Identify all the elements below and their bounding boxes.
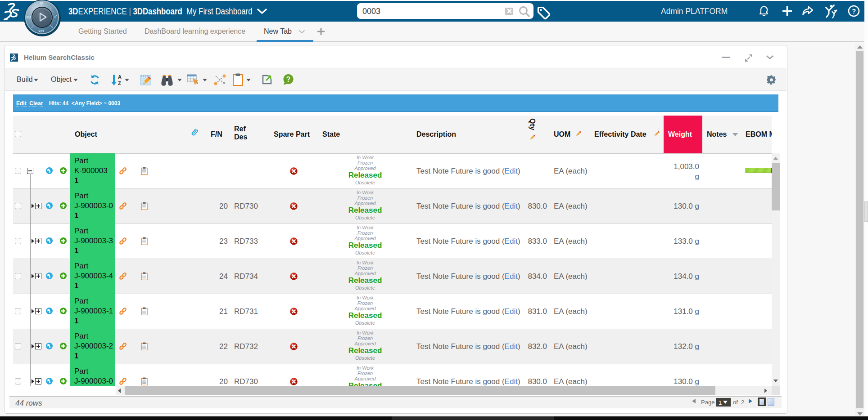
- svg-text:?: ?: [286, 76, 291, 83]
- svg-text:A: A: [118, 74, 122, 80]
- svg-text:?: ?: [852, 7, 856, 15]
- svg-text:Z: Z: [118, 80, 121, 86]
